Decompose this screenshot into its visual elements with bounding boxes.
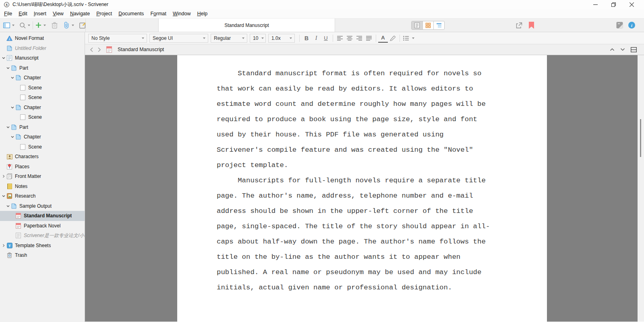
font-size-select[interactable]: 10	[250, 34, 266, 43]
binder-item-chapter[interactable]: Chapter	[0, 73, 85, 83]
font-weight-select[interactable]: Regular	[211, 34, 247, 43]
binder-item-template-sheets[interactable]: T Template Sheets	[0, 241, 85, 251]
manuscript-page[interactable]: Standard manuscript format is often requ…	[177, 55, 547, 322]
add-icon	[35, 22, 41, 28]
binder-toggle-dropdown[interactable]	[12, 25, 14, 27]
binder-toggle-button[interactable]	[3, 23, 10, 28]
back-arrow-icon[interactable]	[90, 47, 93, 52]
minimize-button[interactable]	[586, 0, 605, 9]
view-outline-icon	[436, 23, 442, 28]
format-separator	[400, 35, 400, 42]
binder-item-characters[interactable]: Characters	[0, 152, 85, 162]
menu-project[interactable]: Project	[93, 10, 115, 18]
menu-navigate[interactable]: Navigate	[67, 10, 93, 18]
view-corkboard-button[interactable]	[422, 21, 433, 29]
add-item-button[interactable]	[35, 22, 41, 28]
vertical-scrollbar[interactable]	[638, 55, 644, 322]
toolbar-separator	[33, 21, 33, 29]
attach-dropdown[interactable]	[72, 25, 74, 27]
chevron-down-icon[interactable]	[6, 204, 10, 208]
window-controls	[586, 0, 641, 9]
binder-item-paperback-novel[interactable]: Paperback Novel	[0, 221, 85, 231]
binder-item-novel-format[interactable]: i Novel Format	[0, 33, 85, 43]
chevron-down-icon[interactable]	[1, 194, 6, 198]
italic-button[interactable]: I	[311, 34, 321, 43]
list-button[interactable]	[402, 34, 410, 43]
chevron-down-icon[interactable]	[10, 106, 15, 109]
binder-item-places[interactable]: Places	[0, 162, 85, 172]
menu-format[interactable]: Format	[147, 10, 170, 18]
font-family-select[interactable]: Segoe UI	[149, 34, 208, 43]
editor-document-title: Standard Manuscript	[118, 47, 164, 52]
list-dropdown[interactable]	[412, 37, 414, 40]
binder-item-scene[interactable]: Scene	[0, 112, 85, 122]
next-document-icon[interactable]	[620, 48, 625, 51]
chevron-right-icon[interactable]	[1, 175, 6, 178]
window-title: C:\Users\喵喵\Desktop\小说.scriv - Scrivener	[12, 1, 108, 8]
menu-edit[interactable]: Edit	[15, 10, 31, 18]
editor-body[interactable]: Standard manuscript format is often requ…	[85, 55, 644, 322]
binder-item-manuscript[interactable]: Manuscript	[0, 53, 85, 63]
binder-item-scene[interactable]: Scene	[0, 142, 85, 152]
binder-item-scene[interactable]: Scene	[0, 83, 85, 93]
binder-item-untitled-folder[interactable]: Untitled Folder	[0, 43, 85, 54]
binder-item-scene[interactable]: Scene	[0, 93, 85, 103]
binder-item-chapter[interactable]: Chapter	[0, 103, 85, 113]
document-tab[interactable]: Standard Manuscript	[158, 19, 335, 32]
menu-view[interactable]: View	[50, 10, 67, 18]
bookmark-icon[interactable]	[529, 22, 534, 29]
highlight-button[interactable]	[388, 34, 398, 43]
chevron-down-icon[interactable]	[6, 66, 10, 70]
share-button[interactable]	[516, 22, 523, 29]
binder-item-chapter[interactable]: Chapter	[0, 132, 85, 142]
toolbar: Standard Manuscript i	[0, 19, 644, 32]
move-to-trash-button[interactable]	[52, 22, 58, 29]
chevron-right-icon[interactable]	[1, 244, 6, 247]
binder-item-part[interactable]: Part	[0, 122, 85, 132]
align-justify-button[interactable]	[364, 34, 374, 43]
binder-item-part[interactable]: Part	[0, 63, 85, 73]
restore-button[interactable]	[605, 0, 623, 9]
folder-icon	[11, 203, 17, 209]
chevron-down-icon[interactable]	[1, 56, 6, 60]
inspector-button[interactable]	[616, 22, 623, 29]
bold-button[interactable]: B	[302, 34, 311, 43]
menu-window[interactable]: Window	[170, 10, 194, 18]
search-dropdown[interactable]	[28, 25, 30, 27]
line-spacing-select[interactable]: 1.0x	[268, 34, 295, 43]
split-editor-icon[interactable]	[631, 47, 637, 52]
menu-help[interactable]: Help	[194, 10, 211, 18]
binder-item-trash[interactable]: Trash	[0, 250, 85, 260]
chevron-down-icon[interactable]	[6, 126, 10, 129]
binder-item-notes[interactable]: Notes	[0, 182, 85, 192]
align-center-button[interactable]	[345, 34, 354, 43]
style-select[interactable]: No Style	[88, 34, 147, 43]
chevron-down-icon[interactable]	[10, 76, 15, 79]
close-button[interactable]	[623, 0, 641, 9]
binder-item-research[interactable]: Research	[0, 191, 85, 201]
chevron-down-icon[interactable]	[10, 135, 15, 138]
attach-button[interactable]	[63, 22, 70, 29]
scrollbar-thumb[interactable]	[640, 119, 641, 157]
forward-arrow-icon[interactable]	[97, 47, 101, 52]
menu-file[interactable]: File	[1, 10, 15, 18]
highlighter-icon	[390, 35, 396, 41]
close-icon	[630, 2, 634, 7]
add-item-dropdown[interactable]	[43, 25, 46, 27]
binder-item-standard-manuscript[interactable]: Standard Manuscript	[0, 211, 85, 221]
info-icon[interactable]: i	[628, 22, 635, 29]
align-right-button[interactable]	[354, 34, 364, 43]
trash-icon	[6, 252, 12, 258]
binder-item-front-matter[interactable]: Front Matter	[0, 171, 85, 182]
underline-button[interactable]: U	[321, 34, 331, 43]
view-outline-button[interactable]	[433, 21, 444, 29]
menu-insert[interactable]: Insert	[31, 10, 50, 18]
previous-document-icon[interactable]	[610, 48, 615, 51]
binder-item-scrivener-doc[interactable]: Scrivener是一款专业论文/小...	[0, 231, 85, 241]
view-document-button[interactable]	[412, 21, 422, 29]
binder-item-sample-output[interactable]: Sample Output	[0, 201, 85, 211]
text-color-button[interactable]: A	[378, 34, 388, 43]
menu-documents[interactable]: Documents	[115, 10, 147, 18]
search-button[interactable]	[19, 22, 26, 29]
align-left-button[interactable]	[335, 34, 345, 43]
